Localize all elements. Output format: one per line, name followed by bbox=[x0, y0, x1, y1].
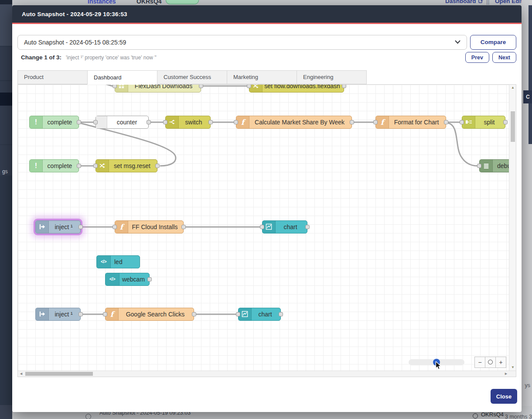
split-icon bbox=[462, 116, 475, 128]
input-port bbox=[113, 225, 117, 229]
circle-icon bbox=[488, 360, 493, 364]
flow-node-set-msg-reset[interactable]: set msg.reset bbox=[95, 159, 157, 172]
chart-icon bbox=[239, 308, 252, 320]
scroll-right-arrow[interactable]: ► bbox=[504, 371, 508, 377]
code-icon: </> bbox=[106, 273, 119, 285]
tab-product[interactable]: Product bbox=[17, 70, 88, 84]
input-port bbox=[113, 85, 117, 88]
inject-icon bbox=[36, 221, 49, 233]
scroll-up-arrow[interactable]: ▲ bbox=[509, 85, 516, 91]
zoom-in-button[interactable]: + bbox=[495, 357, 506, 368]
flow-node-chart-2[interactable]: chart bbox=[238, 308, 281, 321]
output-port bbox=[279, 312, 283, 316]
horizontal-scrollbar-thumb[interactable] bbox=[25, 372, 93, 376]
header-separator: || bbox=[486, 0, 489, 5]
flow-node-complete-2[interactable]: ! complete bbox=[29, 159, 79, 172]
sidebar-item[interactable] bbox=[0, 47, 12, 81]
compare-button[interactable]: Compare bbox=[470, 35, 516, 50]
input-port bbox=[234, 120, 238, 124]
sidebar-item[interactable] bbox=[0, 81, 12, 93]
flow-node-chart-1[interactable]: chart bbox=[262, 220, 307, 234]
tab-dashboard[interactable]: Dashboard bbox=[87, 70, 157, 85]
canvas-horizontal-scrollbar[interactable]: ◄ ► bbox=[18, 371, 516, 377]
dashboard-link[interactable]: Dashboard bbox=[445, 0, 483, 4]
flow-node-google-search-clicks[interactable]: f Google Search Clicks bbox=[105, 308, 194, 321]
flow-node-webcam[interactable]: </> webcam bbox=[105, 273, 150, 286]
function-icon: f bbox=[236, 116, 249, 128]
prev-button[interactable]: Prev bbox=[465, 52, 489, 63]
next-button[interactable]: Next bbox=[492, 52, 516, 63]
flow-node-format-for-chart[interactable]: f Format for Chart bbox=[375, 116, 446, 129]
flow-node-calculate-market-share[interactable]: f Calculate Market Share By Week bbox=[236, 116, 352, 129]
exclamation-icon: ! bbox=[30, 160, 43, 172]
flow-node-flexdash-downloads[interactable]: FlexDash Downloads bbox=[115, 85, 201, 93]
partial-button[interactable]: C bbox=[523, 90, 532, 103]
footer-age-text: 3 months 3 weeks 4 d bbox=[505, 414, 532, 419]
tab-engineering[interactable]: Engineering bbox=[297, 70, 367, 84]
flow-node-inject-2[interactable]: inject ¹ bbox=[35, 308, 81, 321]
tab-marketing[interactable]: Marketing bbox=[227, 70, 297, 84]
flow-node-set-flow-downloads[interactable]: set flow.downloads.flexdash bbox=[249, 85, 344, 93]
function-icon: f bbox=[115, 221, 128, 233]
modal-title: Auto Snapshot - 2024-05-29 10:36:53 bbox=[12, 11, 127, 17]
page-header-strip: Instances OKRsQ4 Dashboard || Open Edito… bbox=[12, 0, 532, 5]
accent-divider bbox=[12, 23, 522, 24]
canvas-vertical-scrollbar[interactable]: ▲ ▼ bbox=[509, 85, 516, 371]
page-scrollbar-thumb[interactable] bbox=[529, 5, 532, 144]
breadcrumb-instances[interactable]: Instances bbox=[88, 0, 116, 5]
scroll-down-arrow[interactable]: ▼ bbox=[509, 364, 516, 371]
sidebar-top bbox=[0, 0, 12, 4]
change-icon bbox=[96, 160, 109, 172]
scroll-left-arrow[interactable]: ◄ bbox=[19, 371, 23, 377]
output-port bbox=[77, 164, 81, 168]
flow-node-inject-selected[interactable]: inject ¹ bbox=[35, 220, 81, 234]
input-port bbox=[260, 225, 264, 229]
output-port bbox=[78, 312, 83, 316]
flow-node-led[interactable]: </> led bbox=[96, 255, 140, 268]
change-icon bbox=[249, 85, 263, 92]
input-port bbox=[93, 120, 98, 124]
clock-icon bbox=[85, 414, 91, 419]
flow-node-switch[interactable]: switch bbox=[165, 116, 211, 129]
snapshot-select[interactable]: Auto Snapshot - 2024-05-15 08:25:59 bbox=[17, 35, 467, 50]
modal-header: Auto Snapshot - 2024-05-29 10:36:53 bbox=[12, 5, 522, 23]
flow-tabs: Product Dashboard Customer Success Marke… bbox=[17, 70, 516, 84]
flow-node-ff-cloud-installs[interactable]: f FF Cloud Installs bbox=[115, 220, 184, 234]
flow-canvas[interactable]: FlexDash Downloads set flow.downloads.fl… bbox=[18, 85, 516, 371]
inject-icon bbox=[36, 308, 49, 320]
flexdash-icon bbox=[115, 85, 128, 92]
function-icon: f bbox=[106, 308, 119, 320]
change-description: 'inject ¹' property 'once' was 'true' no… bbox=[66, 55, 157, 61]
zoom-slider[interactable] bbox=[409, 359, 464, 365]
sidebar-item-active[interactable] bbox=[0, 93, 12, 106]
tab-customer-success[interactable]: Customer Success bbox=[157, 70, 227, 84]
input-port bbox=[93, 164, 98, 168]
exclamation-icon: ! bbox=[30, 116, 43, 128]
footer-project-text: OKRsQ4 bbox=[481, 411, 504, 418]
change-counter-label: Change 1 of 3: bbox=[21, 54, 61, 61]
external-link-icon bbox=[478, 0, 483, 3]
output-port bbox=[503, 120, 508, 124]
chart-icon bbox=[263, 221, 276, 233]
switch-icon bbox=[166, 116, 179, 128]
input-port bbox=[247, 85, 251, 88]
flow-node-complete-1[interactable]: ! complete bbox=[29, 116, 79, 129]
output-port bbox=[305, 225, 310, 229]
input-port bbox=[373, 120, 378, 124]
close-button[interactable]: Close bbox=[491, 389, 517, 404]
function-icon: f bbox=[376, 116, 389, 128]
sidebar-item[interactable] bbox=[0, 106, 12, 145]
flow-node-split[interactable]: split bbox=[462, 116, 505, 129]
sidebar-logo-block bbox=[0, 4, 12, 46]
zoom-out-button[interactable]: − bbox=[474, 357, 485, 368]
zoom-reset-button[interactable] bbox=[485, 357, 496, 368]
app-sidebar: gs bbox=[0, 0, 12, 419]
sidebar-bottom bbox=[0, 405, 12, 419]
page-right-strip: C bbox=[522, 0, 532, 419]
code-icon: </> bbox=[97, 256, 111, 268]
vertical-scrollbar-thumb[interactable] bbox=[511, 111, 515, 142]
zoom-slider-thumb[interactable] bbox=[433, 359, 440, 366]
input-port bbox=[163, 120, 167, 124]
output-port bbox=[155, 164, 160, 168]
flow-node-counter[interactable]: counter bbox=[95, 116, 149, 129]
